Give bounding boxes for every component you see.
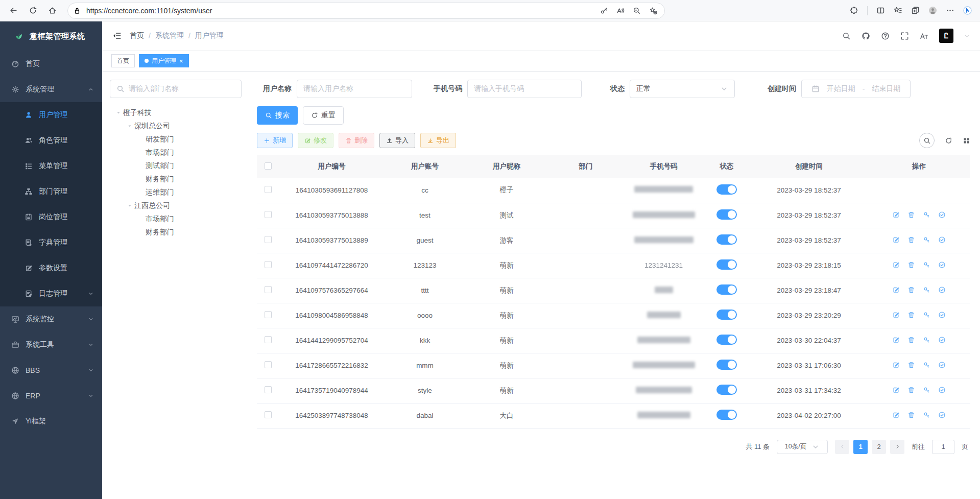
dept-search-input[interactable]: 请输入部门名称 xyxy=(110,80,242,98)
avatar-caret-down-icon[interactable] xyxy=(964,33,970,39)
row-checkbox[interactable] xyxy=(265,286,272,293)
goto-page-input[interactable]: 1 xyxy=(932,440,954,454)
sidebar-item-系统管理[interactable]: 系统管理 xyxy=(0,77,102,102)
row-reset-password-icon[interactable] xyxy=(923,361,930,369)
status-toggle[interactable] xyxy=(716,335,737,345)
favorites-icon[interactable] xyxy=(894,6,902,15)
tab-首页[interactable]: 首页 xyxy=(111,54,135,67)
row-checkbox[interactable] xyxy=(265,361,272,368)
status-toggle[interactable] xyxy=(716,184,737,195)
row-delete-icon[interactable] xyxy=(907,386,915,394)
row-checkbox[interactable] xyxy=(265,411,272,418)
tree-node-深圳总公司[interactable]: 深圳总公司 xyxy=(112,120,242,133)
row-edit-icon[interactable] xyxy=(892,386,900,394)
row-reset-password-icon[interactable] xyxy=(923,236,930,244)
address-bar[interactable]: https://ccnetcore.com:1101/system/user xyxy=(67,3,665,19)
row-edit-icon[interactable] xyxy=(892,211,900,219)
phone-input[interactable]: 请输入手机号码 xyxy=(467,80,582,98)
column-settings-grid-icon[interactable] xyxy=(963,137,970,145)
sidebar-item-角色管理[interactable]: 角色管理 xyxy=(0,128,102,153)
status-select[interactable]: 正常 xyxy=(630,80,735,98)
browser-back-button[interactable] xyxy=(5,3,21,19)
export-button[interactable]: 导出 xyxy=(420,133,456,148)
row-assign-role-icon[interactable] xyxy=(938,311,946,319)
page-size-select[interactable]: 10条/页 xyxy=(777,440,828,454)
row-reset-password-icon[interactable] xyxy=(923,286,930,294)
copilot-bing-icon[interactable] xyxy=(963,6,972,15)
search-button[interactable]: 搜索 xyxy=(257,106,298,125)
row-edit-icon[interactable] xyxy=(892,336,900,344)
row-delete-icon[interactable] xyxy=(907,236,915,244)
row-delete-icon[interactable] xyxy=(907,311,915,319)
row-delete-icon[interactable] xyxy=(907,336,915,344)
status-toggle[interactable] xyxy=(716,310,737,320)
row-reset-password-icon[interactable] xyxy=(923,336,930,344)
tree-node-市场部门[interactable]: 市场部门 xyxy=(112,146,242,159)
sidebar-item-系统监控[interactable]: 系统监控 xyxy=(0,306,102,332)
sidebar-item-字典管理[interactable]: 字典管理 xyxy=(0,230,102,255)
breadcrumb-item[interactable]: 系统管理 xyxy=(155,31,184,40)
status-toggle[interactable] xyxy=(716,259,737,270)
row-assign-role-icon[interactable] xyxy=(938,286,946,294)
tree-expand-arrow-icon[interactable] xyxy=(114,110,123,115)
page-button-1[interactable]: 1 xyxy=(853,440,868,454)
row-checkbox[interactable] xyxy=(265,311,272,318)
url-text[interactable]: https://ccnetcore.com:1101/system/user xyxy=(86,7,600,15)
row-edit-icon[interactable] xyxy=(892,286,900,294)
browser-menu-ellipsis-icon[interactable] xyxy=(946,6,954,15)
collections-icon[interactable] xyxy=(911,6,920,15)
github-icon[interactable] xyxy=(862,32,870,40)
extensions-icon[interactable] xyxy=(850,6,858,15)
status-toggle[interactable] xyxy=(716,410,737,420)
reset-button[interactable]: 重置 xyxy=(303,106,344,125)
sidebar-item-部门管理[interactable]: 部门管理 xyxy=(0,179,102,204)
breadcrumb-item[interactable]: 用户管理 xyxy=(195,31,224,40)
sidebar-item-用户管理[interactable]: 用户管理 xyxy=(0,102,102,128)
row-edit-icon[interactable] xyxy=(892,361,900,369)
tree-node-运维部门[interactable]: 运维部门 xyxy=(112,186,242,199)
row-checkbox[interactable] xyxy=(265,261,272,268)
sidebar-item-日志管理[interactable]: 日志管理 xyxy=(0,281,102,306)
status-toggle[interactable] xyxy=(716,360,737,370)
sidebar-item-首页[interactable]: 首页 xyxy=(0,51,102,77)
delete-button[interactable]: 删除 xyxy=(339,133,374,148)
status-toggle[interactable] xyxy=(716,284,737,295)
browser-home-button[interactable] xyxy=(44,3,60,19)
row-reset-password-icon[interactable] xyxy=(923,386,930,394)
toggle-search-button[interactable] xyxy=(919,133,935,148)
sidebar-collapse-icon[interactable] xyxy=(112,31,122,40)
status-toggle[interactable] xyxy=(716,385,737,395)
tree-expand-arrow-icon[interactable] xyxy=(125,124,134,129)
row-delete-icon[interactable] xyxy=(907,261,915,269)
row-edit-icon[interactable] xyxy=(892,411,900,419)
user-avatar[interactable]: Ꮭ xyxy=(939,29,953,43)
breadcrumb-item[interactable]: 首页 xyxy=(130,31,144,40)
row-reset-password-icon[interactable] xyxy=(923,311,930,319)
row-assign-role-icon[interactable] xyxy=(938,386,946,394)
tree-node-江西总公司[interactable]: 江西总公司 xyxy=(112,199,242,212)
tree-node-研发部门[interactable]: 研发部门 xyxy=(112,133,242,146)
sidebar-item-Yi框架[interactable]: Yi框架 xyxy=(0,409,102,434)
sidebar-item-菜单管理[interactable]: 菜单管理 xyxy=(0,153,102,179)
row-checkbox[interactable] xyxy=(265,186,272,193)
tree-node-橙子科技[interactable]: 橙子科技 xyxy=(112,106,242,120)
help-question-icon[interactable] xyxy=(881,32,890,40)
read-aloud-icon[interactable] xyxy=(616,7,625,15)
add-favorite-icon[interactable] xyxy=(649,7,657,15)
tree-expand-arrow-icon[interactable] xyxy=(125,203,134,208)
refresh-table-button[interactable] xyxy=(945,137,952,145)
row-edit-icon[interactable] xyxy=(892,261,900,269)
status-toggle[interactable] xyxy=(716,234,737,245)
status-toggle[interactable] xyxy=(716,209,737,220)
row-assign-role-icon[interactable] xyxy=(938,361,946,369)
date-range-input[interactable]: 开始日期 - 结束日期 xyxy=(801,80,911,98)
row-delete-icon[interactable] xyxy=(907,211,915,219)
fullscreen-icon[interactable] xyxy=(900,32,909,40)
font-size-icon[interactable] xyxy=(920,32,928,40)
row-checkbox[interactable] xyxy=(265,386,272,393)
next-page-button[interactable] xyxy=(890,440,904,454)
row-checkbox[interactable] xyxy=(265,336,272,343)
sidebar-item-BBS[interactable]: BBS xyxy=(0,358,102,383)
row-edit-icon[interactable] xyxy=(892,311,900,319)
row-assign-role-icon[interactable] xyxy=(938,211,946,219)
